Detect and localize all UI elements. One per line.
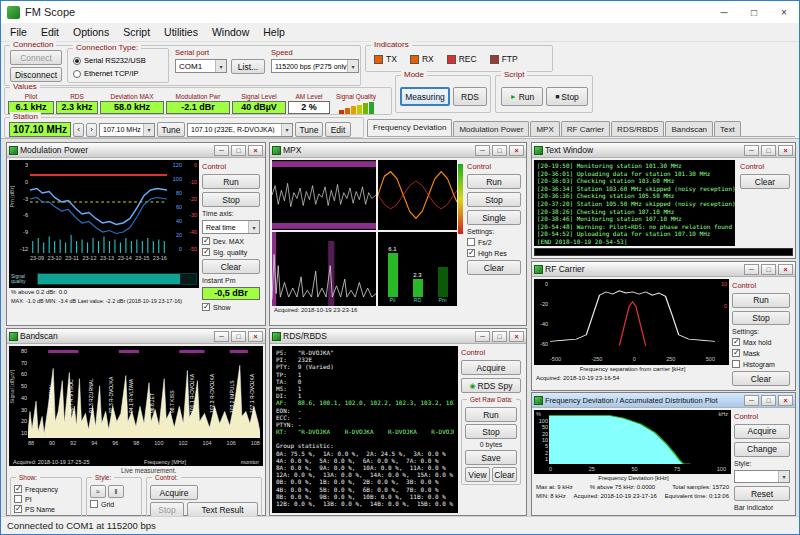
mpx-titlebar[interactable]: MPX ─ □ × (270, 143, 526, 158)
maximize-icon[interactable]: □ (739, 1, 769, 23)
minimize-icon[interactable]: ─ (744, 395, 759, 406)
grid-checkbox[interactable]: Grid (90, 500, 138, 508)
menu-item[interactable]: Window (205, 24, 256, 40)
station-freq-combo[interactable]: 107.10 MHz▾ (99, 123, 155, 137)
tab-text[interactable]: Text (714, 121, 741, 136)
clear-button[interactable]: Clear (202, 259, 260, 274)
save-button[interactable]: Save (465, 450, 517, 465)
stop-button[interactable]: Stop (467, 192, 521, 207)
radio-serial[interactable]: Serial RS232/USB (73, 56, 146, 65)
tab-bandscan[interactable]: Bandscan (665, 121, 713, 136)
histogram-checkbox[interactable]: Histogram (732, 360, 790, 368)
tab-rds-rbds[interactable]: RDS/RBDS (611, 121, 664, 136)
maximize-icon[interactable]: □ (231, 331, 246, 342)
acquire-button[interactable]: Acquire (734, 424, 790, 439)
minimize-icon[interactable]: ─ (475, 331, 490, 342)
edit-button[interactable]: Edit (325, 122, 351, 137)
maximize-icon[interactable]: □ (761, 395, 776, 406)
minimize-icon[interactable]: ─ (744, 264, 759, 275)
clear-button[interactable]: Clear (467, 260, 521, 275)
maximize-icon[interactable]: □ (761, 264, 776, 275)
run-button[interactable]: Run (202, 174, 260, 189)
menu-item[interactable]: Options (66, 24, 116, 40)
text-window-titlebar[interactable]: Text Window ─ □ × (532, 143, 795, 158)
style-combo[interactable]: ▾ (734, 470, 790, 484)
minimize-icon[interactable]: ─ (214, 331, 229, 342)
run-button[interactable]: Run (465, 407, 517, 422)
tab-modulation-power[interactable]: Modulation Power (453, 121, 529, 136)
show-checkbox[interactable]: Show (202, 303, 260, 311)
station-next-button[interactable]: › (86, 123, 97, 137)
radio-ethernet[interactable]: Ethernet TCP/IP (73, 69, 138, 78)
max-hold-checkbox[interactable]: Max hold (732, 338, 790, 346)
maximize-icon[interactable]: □ (761, 145, 776, 156)
minimize-icon[interactable]: ─ (475, 145, 490, 156)
rds-spy-button[interactable]: ◉RDS Spy (461, 378, 521, 393)
close-icon[interactable]: × (778, 395, 793, 406)
bandscan-titlebar[interactable]: Bandscan ─ □ × (7, 329, 265, 344)
stop-button[interactable]: Stop (732, 311, 790, 326)
high-res-checkbox[interactable]: High Res (467, 249, 521, 257)
rf-carrier-titlebar[interactable]: RF Carrier ─ □ × (532, 262, 795, 277)
serial-port-combo[interactable]: COM1▾ (175, 59, 227, 73)
mask-checkbox[interactable]: Mask (732, 349, 790, 357)
tab-frequency-deviation[interactable]: Frequency Deviation (367, 119, 452, 136)
minimize-icon[interactable]: ─ (709, 1, 739, 23)
menu-item[interactable]: Help (256, 24, 292, 40)
maximize-icon[interactable]: □ (231, 145, 246, 156)
station-select-combo[interactable]: 107.10 (232E, R-DVOJKA)▾ (187, 123, 293, 137)
change-button[interactable]: Change (734, 442, 790, 457)
tab-rf-carrier[interactable]: RF Carrier (561, 121, 610, 136)
script-stop-button[interactable]: ■Stop (546, 87, 588, 106)
measuring-button[interactable]: Measuring (400, 87, 450, 106)
clear-button[interactable]: Clear (740, 174, 790, 189)
minimize-icon[interactable]: ─ (744, 145, 759, 156)
script-run-button[interactable]: ►Run (501, 87, 543, 106)
pi-checkbox[interactable]: PI (14, 495, 78, 503)
disconnect-button[interactable]: Disconnect (10, 67, 62, 82)
time-axis-combo[interactable]: Real time▾ (202, 220, 260, 234)
view-button[interactable]: View (465, 467, 490, 482)
close-icon[interactable]: × (769, 1, 799, 23)
frequency-checkbox[interactable]: Frequency (14, 485, 78, 493)
bar-style-button[interactable]: ‖ (108, 485, 124, 498)
tune-button-2[interactable]: Tune (295, 122, 323, 137)
menu-item[interactable]: Utilities (157, 24, 205, 40)
dev-max-checkbox[interactable]: Dev. MAX (202, 237, 260, 245)
close-icon[interactable]: × (248, 331, 263, 342)
speed-combo[interactable]: 115200 bps (P275 only)▾ (271, 59, 359, 73)
close-icon[interactable]: × (509, 331, 524, 342)
acquire-button[interactable]: Acquire (150, 485, 198, 500)
ps-name-checkbox[interactable]: PS Name (14, 505, 78, 513)
maximize-icon[interactable]: □ (492, 145, 507, 156)
close-icon[interactable]: × (778, 264, 793, 275)
tab-mpx[interactable]: MPX (530, 121, 559, 136)
menu-item[interactable]: Script (116, 24, 157, 40)
reset-button[interactable]: Reset (734, 486, 790, 501)
close-icon[interactable]: × (248, 145, 263, 156)
sig-quality-checkbox[interactable]: Sig. quality (202, 248, 260, 256)
minimize-icon[interactable]: ─ (214, 145, 229, 156)
menu-item[interactable]: File (3, 24, 34, 40)
stop-button[interactable]: Stop (150, 502, 184, 516)
clear-button[interactable]: Clear (732, 371, 790, 386)
modulation-power-titlebar[interactable]: Modulation Power ─ □ × (7, 143, 265, 158)
tune-button-1[interactable]: Tune (157, 122, 185, 137)
run-button[interactable]: Run (732, 293, 790, 308)
maximize-icon[interactable]: □ (492, 331, 507, 342)
frequency-deviation-titlebar[interactable]: Frequency Deviation / Accumulated Distri… (532, 393, 795, 408)
single-button[interactable]: Single (467, 210, 521, 225)
connect-button[interactable]: Connect (10, 50, 62, 65)
rds-mode-button[interactable]: RDS (453, 87, 487, 106)
close-icon[interactable]: × (509, 145, 524, 156)
text-result-button[interactable]: Text Result (187, 502, 258, 516)
line-style-button[interactable]: ≈ (90, 485, 106, 498)
acquire-button[interactable]: Acquire (461, 360, 521, 375)
stop-button[interactable]: Stop (202, 192, 260, 207)
list-button[interactable]: List... (231, 59, 265, 74)
fs2-checkbox[interactable]: Fs/2 (467, 238, 521, 246)
rds-rbds-titlebar[interactable]: RDS/RBDS ─ □ × (270, 329, 526, 344)
clear-button[interactable]: Clear (492, 467, 517, 482)
stop-button[interactable]: Stop (465, 424, 517, 439)
station-prev-button[interactable]: ‹ (73, 123, 84, 137)
